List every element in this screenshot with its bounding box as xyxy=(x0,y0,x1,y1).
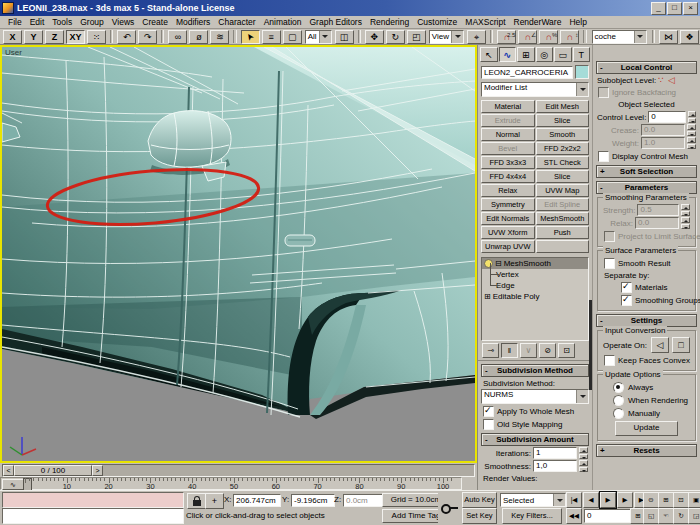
iterations-spinner[interactable] xyxy=(579,447,588,459)
modifier-button-edit-mesh[interactable]: Edit Mesh xyxy=(536,100,590,113)
modifier-button-bevel[interactable]: Bevel xyxy=(481,142,535,155)
checkbox-box[interactable] xyxy=(483,406,494,417)
modifier-button-uvw-map[interactable]: UVW Map xyxy=(536,184,590,197)
undo-icon[interactable]: ↶ xyxy=(117,30,136,44)
time-slider-next-button[interactable]: > xyxy=(92,465,103,476)
stack-item-edge[interactable]: Edge xyxy=(482,280,588,291)
set-keys-button[interactable] xyxy=(438,493,460,523)
radio-circle[interactable] xyxy=(613,408,624,419)
rollout-subdivision-method[interactable]: - Subdivision Method xyxy=(481,364,589,377)
keep-faces-convex-checkbox[interactable]: Keep Faces Convex xyxy=(604,355,689,366)
time-slider-handle[interactable]: 0 / 100 xyxy=(14,465,92,476)
reference-coordinate-dropdown[interactable]: View xyxy=(429,30,464,44)
select-and-link-icon[interactable]: ∞ xyxy=(168,30,187,44)
axis-constraint-xy-button[interactable]: XY xyxy=(66,30,85,44)
maxscript-listener-macro-line[interactable] xyxy=(2,492,184,508)
tab-modify[interactable]: ∿ xyxy=(499,47,517,62)
update-when-rendering-radio[interactable]: When Rendering xyxy=(613,395,689,406)
select-object-icon[interactable]: ➤ xyxy=(241,30,260,44)
arc-rotate-icon[interactable]: ↻ xyxy=(673,508,689,524)
tab-motion[interactable]: ◎ xyxy=(536,47,554,62)
select-and-rotate-icon[interactable]: ↻ xyxy=(386,30,405,44)
stack-item-editable-poly[interactable]: ⊞Editable Poly xyxy=(482,291,588,302)
ignore-backfacing-checkbox[interactable]: Ignore Backfacing xyxy=(598,87,695,98)
menu-animation[interactable]: Animation xyxy=(260,16,306,28)
open-mini-curve-editor-button[interactable]: ∿ xyxy=(2,479,24,490)
modifier-button-smooth[interactable]: Smooth xyxy=(536,128,590,141)
subdivision-method-dropdown[interactable]: NURMS xyxy=(481,389,589,404)
smoothness-field[interactable]: 1,0 xyxy=(533,460,577,472)
snap-toggle-icon[interactable]: ∩2.5 xyxy=(497,30,516,44)
zoom-extents-all-icon[interactable]: ▣ xyxy=(688,492,700,508)
modifier-button-meshsmooth[interactable]: MeshSmooth xyxy=(536,212,590,225)
z-coordinate-field[interactable]: 0.0cm xyxy=(343,494,383,507)
project-to-limit-surface-checkbox[interactable]: Project to Limit Surface xyxy=(604,231,689,242)
align-icon[interactable]: ❖ xyxy=(680,30,699,44)
iterations-field[interactable]: 1 xyxy=(533,447,577,459)
bind-to-space-warp-icon[interactable]: ≋ xyxy=(210,30,229,44)
modifier-button-edit-normals[interactable]: Edit Normals xyxy=(481,212,535,225)
set-key-button[interactable]: Set Key xyxy=(462,508,497,524)
zoom-icon[interactable]: ⊙ xyxy=(643,492,659,508)
pan-icon[interactable]: ☜ xyxy=(658,508,674,524)
absolute-mode-toggle[interactable]: + xyxy=(205,493,224,509)
menu-tools[interactable]: Tools xyxy=(48,16,76,28)
relax-spinner[interactable] xyxy=(681,217,690,229)
checkbox-box[interactable] xyxy=(621,282,632,293)
modifier-button-slice[interactable]: Slice xyxy=(536,114,590,127)
selection-region-icon[interactable]: ▢ xyxy=(283,30,302,44)
maxscript-listener-input-line[interactable] xyxy=(2,508,184,524)
strength-spinner[interactable] xyxy=(681,204,690,216)
modifier-button-extrude[interactable]: Extrude xyxy=(481,114,535,127)
dropdown-arrow-icon[interactable] xyxy=(576,390,588,403)
viewport-user[interactable]: User xyxy=(0,45,477,463)
go-to-start-button[interactable]: |◀ xyxy=(566,492,582,508)
old-style-mapping-checkbox[interactable]: Old Style Mapping xyxy=(483,419,587,430)
tab-utilities[interactable]: T xyxy=(573,47,591,62)
modifier-button-unwrap-uvw[interactable]: Unwrap UVW xyxy=(481,240,535,253)
dropdown-arrow-icon[interactable] xyxy=(451,31,463,43)
update-button[interactable]: Update xyxy=(615,421,678,436)
modifier-button-edit-spline[interactable]: Edit Spline xyxy=(536,198,590,211)
menu-modifiers[interactable]: Modifiers xyxy=(172,16,214,28)
close-button[interactable]: × xyxy=(683,2,698,15)
modifier-button-ffd-4x4x4[interactable]: FFD 4x4x4 xyxy=(481,170,535,183)
modifier-button-slice[interactable]: Slice xyxy=(536,170,590,183)
menu-views[interactable]: Views xyxy=(108,16,139,28)
display-control-mesh-checkbox[interactable]: Display Control Mesh xyxy=(598,151,695,162)
tab-display[interactable]: ▭ xyxy=(554,47,572,62)
menu-character[interactable]: Character xyxy=(214,16,259,28)
checkbox-box[interactable] xyxy=(604,355,615,366)
named-selection-sets-dropdown[interactable]: coche xyxy=(592,30,647,44)
redo-icon[interactable]: ↷ xyxy=(138,30,157,44)
x-coordinate-field[interactable]: 206.747cm xyxy=(233,494,281,507)
selection-filter-dropdown[interactable]: All xyxy=(305,30,332,44)
auto-key-button[interactable]: Auto Key xyxy=(462,492,497,508)
modifier-button-symmetry[interactable]: Symmetry xyxy=(481,198,535,211)
axis-constraint-y-button[interactable]: Y xyxy=(24,30,43,44)
dropdown-arrow-icon[interactable] xyxy=(319,31,331,43)
time-slider-track[interactable]: < 0 / 100 > xyxy=(2,464,475,477)
radio-circle[interactable] xyxy=(613,395,624,406)
key-filters-button[interactable]: Key Filters... xyxy=(502,508,562,524)
modifier-button-material[interactable]: Material xyxy=(481,100,535,113)
track-bar[interactable]: ∿ 102030405060708090100 xyxy=(0,477,462,490)
play-button[interactable]: ▶ xyxy=(600,492,616,508)
menu-maxscript[interactable]: MAXScript xyxy=(461,16,509,28)
pin-stack-icon[interactable]: ⊸ xyxy=(482,343,499,358)
menu-file[interactable]: File xyxy=(4,16,26,28)
spinner-snap-icon[interactable]: ∩↕ xyxy=(560,30,579,44)
radio-circle[interactable] xyxy=(613,382,624,393)
crease-spinner[interactable] xyxy=(687,124,696,136)
next-frame-button[interactable]: ▶ xyxy=(617,492,633,508)
percent-snap-icon[interactable]: ∩% xyxy=(539,30,558,44)
zoom-extents-icon[interactable]: ⊡ xyxy=(673,492,689,508)
modifier-button-ffd-2x2x2[interactable]: FFD 2x2x2 xyxy=(536,142,590,155)
axis-constraint-z-button[interactable]: Z xyxy=(45,30,64,44)
checkbox-box[interactable] xyxy=(604,231,615,242)
smooth-result-checkbox[interactable]: Smooth Result xyxy=(604,258,689,269)
materials-checkbox[interactable]: Materials xyxy=(621,282,689,293)
menu-graph-editors[interactable]: Graph Editors xyxy=(306,16,366,28)
smoothing-groups-checkbox[interactable]: Smoothing Groups xyxy=(621,295,689,306)
menu-renderware[interactable]: RenderWare xyxy=(510,16,566,28)
